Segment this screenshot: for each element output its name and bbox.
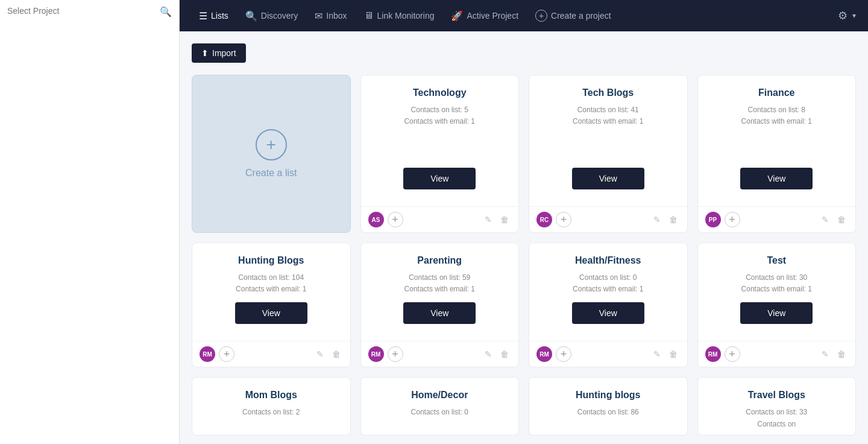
edit-icon-technology[interactable]: ✎ xyxy=(482,214,494,226)
card-footer-parenting: RM + ✎ 🗑 xyxy=(361,341,519,367)
card-footer-tech-blogs: RC + ✎ 🗑 xyxy=(529,206,687,232)
cards-grid: + Create a list Technology Contacts on l… xyxy=(192,75,856,436)
avatar-finance: PP xyxy=(705,212,721,227)
add-avatar-finance[interactable]: + xyxy=(725,212,740,227)
import-label: Import xyxy=(212,48,236,58)
contacts-on-list-home-decor: Contacts on list: 0 xyxy=(411,407,468,418)
create-list-plus-icon: + xyxy=(256,129,287,160)
card-title-travel-blogs: Travel Blogs xyxy=(748,390,805,401)
card-footer-hunting-blogs: RM + ✎ 🗑 xyxy=(192,341,350,367)
contacts-partial-travel-blogs: Contacts on xyxy=(746,419,807,430)
plus-icon: + xyxy=(535,10,547,22)
card-title-hunting-blogs: Hunting Blogs xyxy=(238,255,304,266)
contacts-on-list-finance: Contacts on list: 8 xyxy=(741,104,812,116)
delete-icon-test[interactable]: 🗑 xyxy=(835,348,848,360)
delete-icon-health-fitness[interactable]: 🗑 xyxy=(667,348,680,360)
search-icon[interactable]: 🔍 xyxy=(160,6,172,17)
view-button-finance[interactable]: View xyxy=(740,168,813,189)
contacts-on-list-test: Contacts on list: 30 xyxy=(741,272,812,284)
contacts-on-list-health-fitness: Contacts on list: 0 xyxy=(573,272,643,284)
avatar-technology: AS xyxy=(368,212,384,227)
nav-right: ⚙ ▾ xyxy=(838,9,856,22)
nav-item-active-project[interactable]: 🚀 Active Project xyxy=(444,7,526,25)
card-health-fitness: Health/Fitness Contacts on list: 0 Conta… xyxy=(529,243,688,367)
chevron-down-icon[interactable]: ▾ xyxy=(852,11,856,20)
edit-icon-hunting-blogs[interactable]: ✎ xyxy=(314,348,326,360)
delete-icon-hunting-blogs[interactable]: 🗑 xyxy=(330,348,343,360)
card-footer-health-fitness: RM + ✎ 🗑 xyxy=(529,341,687,367)
view-button-tech-blogs[interactable]: View xyxy=(572,168,644,189)
card-title-tech-blogs: Tech Blogs xyxy=(582,87,634,98)
card-title-technology: Technology xyxy=(413,87,467,98)
card-title-health-fitness: Health/Fitness xyxy=(575,255,641,266)
contacts-on-list-hunting-blogs-2: Contacts on list: 86 xyxy=(577,407,639,418)
contacts-with-email-technology: Contacts with email: 1 xyxy=(404,116,475,127)
rocket-icon: 🚀 xyxy=(451,10,463,22)
nav-item-lists[interactable]: ☰ Lists xyxy=(192,7,236,25)
add-avatar-technology[interactable]: + xyxy=(388,212,403,227)
nav-label-link-monitoring: Link Monitoring xyxy=(377,11,435,21)
lists-icon: ☰ xyxy=(199,10,207,22)
contacts-with-email-tech-blogs: Contacts with email: 1 xyxy=(573,116,643,127)
view-button-parenting[interactable]: View xyxy=(403,302,476,324)
delete-icon-finance[interactable]: 🗑 xyxy=(835,214,848,226)
card-footer-test: RM + ✎ 🗑 xyxy=(698,341,856,367)
view-button-technology[interactable]: View xyxy=(403,168,476,189)
contacts-with-email-test: Contacts with email: 1 xyxy=(741,284,812,295)
topnav: ☰ Lists 🔍 Discovery ✉ Inbox 🖥 Link Monit… xyxy=(180,0,868,31)
contacts-on-list-parenting: Contacts on list: 59 xyxy=(404,272,475,284)
view-button-test[interactable]: View xyxy=(740,302,813,324)
nav-label-active-project: Active Project xyxy=(467,11,518,21)
avatar-test: RM xyxy=(705,346,721,362)
add-avatar-hunting-blogs[interactable]: + xyxy=(219,346,234,362)
add-avatar-parenting[interactable]: + xyxy=(388,346,403,362)
delete-icon-technology[interactable]: 🗑 xyxy=(498,214,511,226)
create-list-card[interactable]: + Create a list xyxy=(192,75,351,233)
discovery-icon: 🔍 xyxy=(245,10,257,22)
settings-gear-icon[interactable]: ⚙ xyxy=(838,9,848,22)
contacts-on-list-hunting-blogs: Contacts on list: 104 xyxy=(236,272,306,284)
avatar-health-fitness: RM xyxy=(536,346,552,362)
contacts-with-email-finance: Contacts with email: 1 xyxy=(741,116,812,127)
card-title-home-decor: Home/Decor xyxy=(411,390,468,401)
edit-icon-health-fitness[interactable]: ✎ xyxy=(651,348,663,360)
monitor-icon: 🖥 xyxy=(364,10,374,21)
card-title-mom-blogs: Mom Blogs xyxy=(245,390,297,401)
edit-icon-test[interactable]: ✎ xyxy=(819,348,831,360)
avatar-tech-blogs: RC xyxy=(536,212,552,227)
card-hunting-blogs: Hunting Blogs Contacts on list: 104 Cont… xyxy=(192,243,351,367)
nav-label-lists: Lists xyxy=(211,11,228,21)
edit-icon-tech-blogs[interactable]: ✎ xyxy=(651,214,663,226)
edit-icon-finance[interactable]: ✎ xyxy=(819,214,831,226)
contacts-with-email-hunting-blogs: Contacts with email: 1 xyxy=(236,284,306,295)
select-project-input[interactable] xyxy=(7,6,160,16)
card-title-hunting-blogs-2: Hunting blogs xyxy=(576,390,641,401)
contacts-with-email-health-fitness: Contacts with email: 1 xyxy=(573,284,643,295)
contacts-with-email-parenting: Contacts with email: 1 xyxy=(404,284,475,295)
card-title-finance: Finance xyxy=(758,87,794,98)
nav-label-discovery: Discovery xyxy=(261,11,298,21)
card-travel-blogs: Travel Blogs Contacts on list: 33 Contac… xyxy=(697,377,857,435)
card-footer-finance: PP + ✎ 🗑 xyxy=(698,206,856,232)
view-button-health-fitness[interactable]: View xyxy=(572,302,644,324)
nav-item-inbox[interactable]: ✉ Inbox xyxy=(307,7,354,25)
card-tech-blogs: Tech Blogs Contacts on list: 41 Contacts… xyxy=(529,75,688,233)
nav-item-link-monitoring[interactable]: 🖥 Link Monitoring xyxy=(357,7,442,25)
add-avatar-test[interactable]: + xyxy=(725,346,740,362)
contacts-on-list-travel-blogs: Contacts on list: 33 xyxy=(746,407,807,418)
delete-icon-tech-blogs[interactable]: 🗑 xyxy=(667,214,680,226)
avatar-parenting: RM xyxy=(368,346,384,362)
add-avatar-tech-blogs[interactable]: + xyxy=(556,212,571,227)
import-button[interactable]: ⬆ Import xyxy=(192,43,246,63)
nav-item-discovery[interactable]: 🔍 Discovery xyxy=(238,7,305,25)
create-list-label: Create a list xyxy=(245,168,297,179)
add-avatar-health-fitness[interactable]: + xyxy=(556,346,571,362)
delete-icon-parenting[interactable]: 🗑 xyxy=(498,348,511,360)
card-title-parenting: Parenting xyxy=(417,255,462,266)
nav-item-create-project[interactable]: + Create a project xyxy=(528,6,618,25)
card-technology: Technology Contacts on list: 5 Contacts … xyxy=(360,75,520,233)
card-home-decor: Home/Decor Contacts on list: 0 xyxy=(360,377,520,435)
edit-icon-parenting[interactable]: ✎ xyxy=(482,348,494,360)
sidebar: 🔍 xyxy=(0,0,180,444)
view-button-hunting-blogs[interactable]: View xyxy=(235,302,307,324)
